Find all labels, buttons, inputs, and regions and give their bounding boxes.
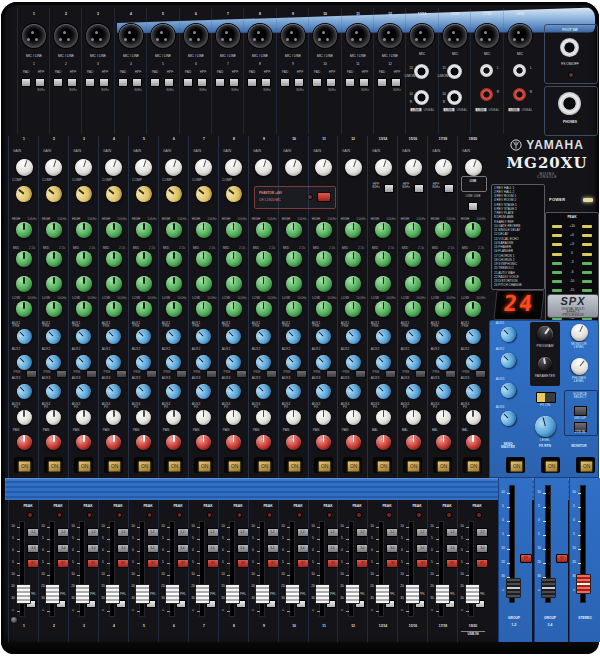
fader-handle[interactable] — [506, 578, 521, 598]
eq-mid-knob[interactable] — [136, 251, 152, 267]
aux-master-3-knob[interactable] — [497, 379, 518, 400]
aux1-knob[interactable] — [163, 325, 184, 346]
pan-knob[interactable] — [106, 435, 121, 450]
eq-mid2-knob[interactable] — [76, 276, 92, 292]
pad-button-4[interactable] — [118, 78, 128, 87]
pan-knob[interactable] — [256, 435, 271, 450]
aux1-knob[interactable] — [373, 325, 394, 346]
eq-mid-knob[interactable] — [106, 251, 122, 267]
aux3-knob[interactable] — [343, 380, 364, 401]
eq-mid2-knob[interactable] — [465, 276, 481, 292]
hpf-button-6[interactable] — [197, 78, 207, 87]
comp-knob[interactable] — [13, 183, 36, 206]
comp-knob[interactable] — [162, 183, 185, 206]
hpf-button-9[interactable] — [294, 78, 304, 87]
aux-master-2-knob[interactable] — [497, 349, 518, 370]
channel-on-button[interactable]: ON — [134, 457, 153, 473]
aux4-fx-knob[interactable] — [376, 410, 391, 425]
gain-knob[interactable] — [193, 156, 214, 177]
eq-high-knob[interactable] — [256, 222, 272, 238]
hpf-button-11[interactable] — [359, 78, 369, 87]
aux1-knob[interactable] — [253, 325, 274, 346]
comp-knob[interactable] — [73, 183, 96, 206]
hpf-button-8[interactable] — [261, 78, 271, 87]
fader-handle[interactable] — [285, 584, 300, 604]
eq-mid-knob[interactable] — [435, 251, 451, 267]
eq-mid2-knob[interactable] — [435, 276, 451, 292]
eq-mid-knob[interactable] — [76, 251, 92, 267]
hpf-button-5[interactable] — [164, 78, 174, 87]
pad-button-6[interactable] — [183, 78, 193, 87]
eq-high-knob[interactable] — [136, 222, 152, 238]
aux1-knob[interactable] — [103, 325, 124, 346]
eq-mid-knob[interactable] — [16, 251, 32, 267]
pan-knob[interactable] — [46, 435, 61, 450]
aux4-fx-knob[interactable] — [166, 410, 181, 425]
eq-low-knob[interactable] — [375, 301, 391, 317]
eq-high-knob[interactable] — [465, 222, 481, 238]
eq-mid-knob[interactable] — [465, 251, 481, 267]
eq-high-knob[interactable] — [106, 222, 122, 238]
gain-knob[interactable] — [223, 156, 244, 177]
eq-mid-knob[interactable] — [256, 251, 272, 267]
channel-on-button[interactable]: ON — [44, 457, 63, 473]
channel-on-button[interactable]: ON — [164, 457, 183, 473]
eq-low-knob[interactable] — [16, 301, 32, 317]
pad-button-11[interactable] — [345, 78, 355, 87]
eq-mid2-knob[interactable] — [226, 276, 242, 292]
eq-low-knob[interactable] — [465, 301, 481, 317]
eq-mid2-knob[interactable] — [16, 276, 32, 292]
eq-mid2-knob[interactable] — [286, 276, 302, 292]
eq-mid2-knob[interactable] — [46, 276, 62, 292]
pan-knob[interactable] — [166, 435, 181, 450]
line-usb-switch[interactable] — [468, 202, 478, 211]
assign-1-2-button[interactable]: 1-2 — [476, 528, 488, 537]
eq-low-knob[interactable] — [136, 301, 152, 317]
aux4-fx-knob[interactable] — [46, 410, 61, 425]
pan-knob[interactable] — [76, 435, 91, 450]
pan-knob[interactable] — [226, 435, 241, 450]
eq-high-knob[interactable] — [316, 222, 332, 238]
channel-on-button[interactable]: ON — [343, 457, 362, 473]
eq-mid2-knob[interactable] — [375, 276, 391, 292]
aux3-knob[interactable] — [223, 380, 244, 401]
eq-mid-knob[interactable] — [405, 251, 421, 267]
aux1-knob[interactable] — [313, 325, 334, 346]
assign-st-button[interactable]: ST — [476, 559, 488, 568]
pan-knob[interactable] — [436, 435, 451, 450]
fader-handle[interactable] — [405, 584, 420, 604]
eq-low-knob[interactable] — [46, 301, 62, 317]
aux3-knob[interactable] — [133, 380, 154, 401]
comp-knob[interactable] — [133, 183, 156, 206]
aux1-knob[interactable] — [463, 325, 484, 346]
aux1-knob[interactable] — [73, 325, 94, 346]
aux3-knob[interactable] — [13, 380, 34, 401]
aux3-knob[interactable] — [103, 380, 124, 401]
fader-handle[interactable] — [345, 584, 360, 604]
aux3-knob[interactable] — [43, 380, 64, 401]
comp-knob[interactable] — [192, 183, 215, 206]
fader-handle[interactable] — [541, 578, 556, 598]
channel-on-button[interactable]: ON — [284, 457, 303, 473]
aux4-fx-knob[interactable] — [136, 410, 151, 425]
pan-knob[interactable] — [286, 435, 301, 450]
monitor-level-knob[interactable] — [568, 321, 591, 344]
hpf-button-7[interactable] — [229, 78, 239, 87]
aux4-fx-knob[interactable] — [17, 410, 32, 425]
hpf-button-1[interactable] — [35, 78, 45, 87]
pan-knob[interactable] — [316, 435, 331, 450]
channel-on-button[interactable]: ON — [74, 457, 93, 473]
eq-low-knob[interactable] — [316, 301, 332, 317]
aux3-knob[interactable] — [163, 380, 184, 401]
aux3-knob[interactable] — [433, 380, 454, 401]
pan-knob[interactable] — [196, 435, 211, 450]
gain-knob[interactable] — [283, 156, 304, 177]
eq-mid-knob[interactable] — [166, 251, 182, 267]
pan-knob[interactable] — [376, 435, 391, 450]
gain-knob[interactable] — [373, 156, 394, 177]
fader-handle[interactable] — [195, 584, 210, 604]
eq-mid-knob[interactable] — [345, 251, 361, 267]
channel-on-button[interactable]: ON — [373, 457, 392, 473]
gain-knob[interactable] — [343, 156, 364, 177]
eq-high-knob[interactable] — [405, 222, 421, 238]
